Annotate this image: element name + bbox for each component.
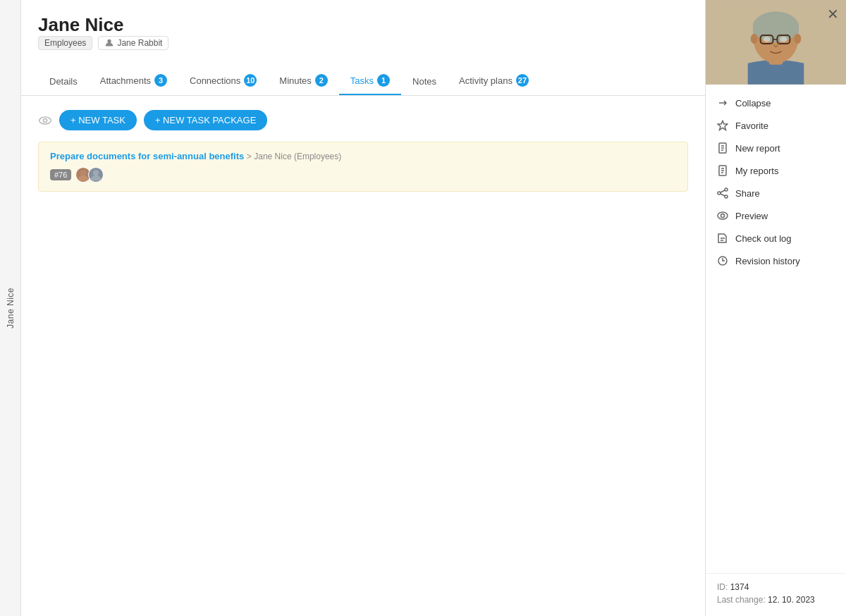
svg-line-29	[721, 190, 725, 192]
svg-point-1	[39, 117, 51, 124]
watch-icon[interactable]	[38, 113, 52, 128]
breadcrumb-user[interactable]: Jane Rabbit	[98, 36, 168, 50]
check-out-log-action[interactable]: Check out log	[706, 227, 846, 250]
sidebar-actions: Collapse Favorite New report	[706, 85, 846, 573]
task-title: Prepare documents for semi-annual benefi…	[50, 151, 676, 161]
check-out-log-label: Check out log	[735, 233, 792, 244]
tab-connections[interactable]: Connections 10	[178, 67, 268, 95]
tab-tasks-badge: 1	[377, 74, 390, 87]
tab-minutes[interactable]: Minutes 2	[268, 67, 339, 95]
new-report-label: New report	[735, 143, 780, 154]
svg-point-28	[725, 195, 728, 198]
task-item[interactable]: Prepare documents for semi-annual benefi…	[38, 142, 688, 192]
svg-point-11	[794, 34, 801, 44]
breadcrumb-employees[interactable]: Employees	[38, 36, 92, 50]
header-left: Jane Nice Employees Jane Rabbit	[38, 14, 168, 60]
tab-tasks[interactable]: Tasks 1	[339, 67, 401, 95]
tab-attachments-badge: 3	[154, 74, 167, 87]
share-label: Share	[735, 188, 760, 199]
avatar-group	[75, 167, 104, 183]
header-top: Jane Nice Employees Jane Rabbit	[38, 14, 688, 60]
collapse-icon	[717, 97, 728, 109]
profile-photo	[706, 0, 846, 85]
star-icon	[717, 120, 728, 131]
my-reports-icon	[717, 165, 728, 176]
main-panel: Jane Nice Employees Jane Rabbit Details	[21, 0, 705, 616]
meta-last-change: Last change: 12. 10. 2023	[717, 595, 835, 605]
svg-point-5	[93, 170, 99, 175]
favorite-label: Favorite	[735, 121, 768, 131]
svg-point-2	[44, 118, 47, 122]
meta-id-value: 1374	[730, 582, 749, 592]
close-button[interactable]: ✕	[827, 7, 839, 21]
task-meta: #76	[50, 167, 676, 183]
preview-action[interactable]: Preview	[706, 204, 846, 227]
left-tab-label: Jane Nice	[6, 288, 16, 328]
tab-details[interactable]: Details	[38, 69, 89, 95]
tab-notes[interactable]: Notes	[401, 69, 448, 95]
svg-point-26	[725, 188, 728, 191]
tab-activity-plans[interactable]: Activity plans 27	[448, 67, 540, 95]
breadcrumb: Employees Jane Rabbit	[38, 36, 168, 50]
profile-photo-svg	[706, 0, 846, 85]
history-icon	[717, 255, 728, 266]
task-path: > Jane Nice (Employees)	[247, 152, 341, 161]
svg-marker-17	[718, 121, 728, 130]
svg-point-15	[764, 37, 771, 42]
meta-last-change-value: 12. 10. 2023	[768, 595, 815, 605]
tab-connections-badge: 10	[244, 74, 257, 87]
sidebar-meta: ID: 1374 Last change: 12. 10. 2023	[706, 573, 846, 616]
meta-id: ID: 1374	[717, 582, 835, 592]
tab-attachments[interactable]: Attachments 3	[89, 67, 178, 95]
share-icon	[717, 187, 728, 199]
sidebar-photo-area: ✕	[706, 0, 846, 85]
new-report-action[interactable]: New report	[706, 137, 846, 159]
new-report-icon	[717, 142, 728, 154]
page-title: Jane Nice	[38, 14, 168, 36]
svg-point-10	[751, 34, 758, 44]
favorite-action[interactable]: Favorite	[706, 114, 846, 137]
share-action[interactable]: Share	[706, 182, 846, 204]
left-tab: Jane Nice	[0, 0, 21, 616]
new-task-button[interactable]: + NEW TASK	[59, 110, 137, 130]
collapse-action[interactable]: Collapse	[706, 92, 846, 114]
my-reports-label: My reports	[735, 166, 778, 176]
new-task-package-button[interactable]: + NEW TASK PACKAGE	[144, 110, 267, 130]
right-sidebar: ✕ Collapse Favorite New report	[705, 0, 846, 616]
tab-minutes-badge: 2	[315, 74, 328, 87]
task-id-badge: #76	[50, 169, 71, 180]
content-area: + NEW TASK + NEW TASK PACKAGE Prepare do…	[21, 96, 705, 616]
collapse-label: Collapse	[735, 98, 771, 109]
svg-point-4	[80, 169, 87, 175]
svg-point-27	[718, 192, 721, 195]
tab-bar: Details Attachments 3 Connections 10 Min…	[38, 67, 688, 95]
task-title-link[interactable]: Prepare documents for semi-annual benefi…	[50, 151, 244, 161]
svg-point-31	[718, 212, 728, 219]
page-header: Jane Nice Employees Jane Rabbit Details	[21, 0, 705, 96]
svg-point-16	[780, 37, 787, 42]
user-icon	[104, 38, 114, 48]
checkout-icon	[717, 233, 728, 244]
toolbar: + NEW TASK + NEW TASK PACKAGE	[38, 110, 688, 130]
svg-line-30	[721, 194, 725, 196]
revision-history-label: Revision history	[735, 256, 800, 266]
preview-icon	[717, 210, 728, 221]
my-reports-action[interactable]: My reports	[706, 159, 846, 182]
avatar-2	[88, 167, 104, 183]
preview-label: Preview	[735, 211, 768, 221]
tab-activity-plans-badge: 27	[516, 74, 529, 87]
revision-history-action[interactable]: Revision history	[706, 250, 846, 272]
svg-point-32	[721, 214, 725, 218]
